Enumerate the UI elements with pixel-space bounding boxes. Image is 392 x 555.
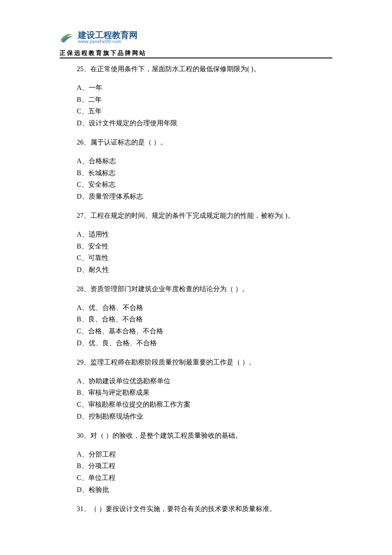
option-d: D、控制勘察现场作业	[77, 411, 332, 422]
option-b: B、分项工程	[77, 460, 332, 471]
option-c: C、单位工程	[77, 472, 332, 483]
question-stem: 29、监理工程师在勘察阶段质量控制最重要的工作是（ ）。	[77, 357, 332, 368]
option-d: D、耐久性	[77, 264, 332, 275]
question-options: A、协助建设单位优选勘察单位 B、审核与评定勘察成果 C、审核勘察单位提交的勘察…	[77, 376, 332, 422]
tagline: 正保远程教育旗下品牌网站	[60, 48, 332, 58]
option-a: A、协助建设单位优选勘察单位	[77, 376, 332, 387]
question-stem: 25、在正常使用条件下，屋面防水工程的最低保修期限为( )。	[77, 64, 332, 75]
question-27: 27、工程在规定的时间、规定的条件下完成规定能力的性能，被称为( )。 A、适用…	[77, 210, 332, 275]
question-options: A、一年 B、二年 C、五年 D、设计文件规定的合理使用年限	[77, 82, 332, 128]
question-stem: 28、资质管理部门对建筑企业年度检查的结论分为（ ）。	[77, 283, 332, 295]
option-d: D、检验批	[77, 484, 332, 495]
question-list: 25、在正常使用条件下，屋面防水工程的最低保修期限为( )。 A、一年 B、二年…	[60, 64, 332, 514]
option-c: C、可靠性	[77, 252, 332, 263]
logo-icon	[60, 30, 75, 45]
site-header: 建设工程教育网 www.jianshe99.com	[60, 30, 332, 45]
question-29: 29、监理工程师在勘察阶段质量控制最重要的工作是（ ）。 A、协助建设单位优选勘…	[77, 357, 332, 422]
option-d: D、优、良、合格、不合格	[77, 338, 332, 349]
question-options: A、适用性 B、安全性 C、可靠性 D、耐久性	[77, 229, 332, 275]
logo-url: www.jianshe99.com	[78, 39, 138, 44]
option-a: A、分部工程	[77, 449, 332, 460]
option-a: A、合格标志	[77, 156, 332, 167]
header-divider	[60, 58, 332, 58]
question-options: A、分部工程 B、分项工程 C、单位工程 D、检验批	[77, 449, 332, 495]
logo-title: 建设工程教育网	[78, 31, 138, 39]
option-c: C、安全标志	[77, 179, 332, 190]
option-a: A、适用性	[77, 229, 332, 240]
option-b: B、审核与评定勘察成果	[77, 387, 332, 398]
question-stem: 27、工程在规定的时间、规定的条件下完成规定能力的性能，被称为( )。	[77, 210, 332, 221]
option-a: A、一年	[77, 82, 332, 93]
question-28: 28、资质管理部门对建筑企业年度检查的结论分为（ ）。 A、优、合格、不合格 B…	[77, 283, 332, 348]
option-a: A、优、合格、不合格	[77, 302, 332, 313]
option-b: B、长城标志	[77, 168, 332, 179]
question-25: 25、在正常使用条件下，屋面防水工程的最低保修期限为( )。 A、一年 B、二年…	[77, 64, 332, 128]
option-b: B、安全性	[77, 241, 332, 252]
option-c: C、合格、基本合格、不合格	[77, 326, 332, 337]
option-b: B、良、合格、不合格	[77, 314, 332, 325]
question-options: A、优、合格、不合格 B、良、合格、不合格 C、合格、基本合格、不合格 D、优、…	[77, 302, 332, 348]
option-b: B、二年	[77, 94, 332, 105]
option-c: C、审核勘察单位提交的勘察工作方案	[77, 399, 332, 410]
option-d: D、设计文件规定的合理使用年限	[77, 118, 332, 129]
document-page: 建设工程教育网 www.jianshe99.com 正保远程教育旗下品牌网站 2…	[0, 0, 392, 549]
option-d: D、质量管理体系标志	[77, 191, 332, 202]
question-stem: 30、对（ ）的验收，是整个建筑工程质量验收的基础。	[77, 430, 332, 441]
question-options: A、合格标志 B、长城标志 C、安全标志 D、质量管理体系标志	[77, 156, 332, 202]
option-c: C、五年	[77, 106, 332, 117]
question-stem: 31、（ ）要按设计文件实施，要符合有关的技术要求和质量标准。	[77, 503, 332, 515]
question-31: 31、（ ）要按设计文件实施，要符合有关的技术要求和质量标准。	[77, 503, 332, 515]
logo-text-block: 建设工程教育网 www.jianshe99.com	[78, 31, 138, 44]
question-26: 26、属于认证标志的是（ ）。 A、合格标志 B、长城标志 C、安全标志 D、质…	[77, 137, 332, 202]
question-30: 30、对（ ）的验收，是整个建筑工程质量验收的基础。 A、分部工程 B、分项工程…	[77, 430, 332, 495]
question-stem: 26、属于认证标志的是（ ）。	[77, 137, 332, 148]
